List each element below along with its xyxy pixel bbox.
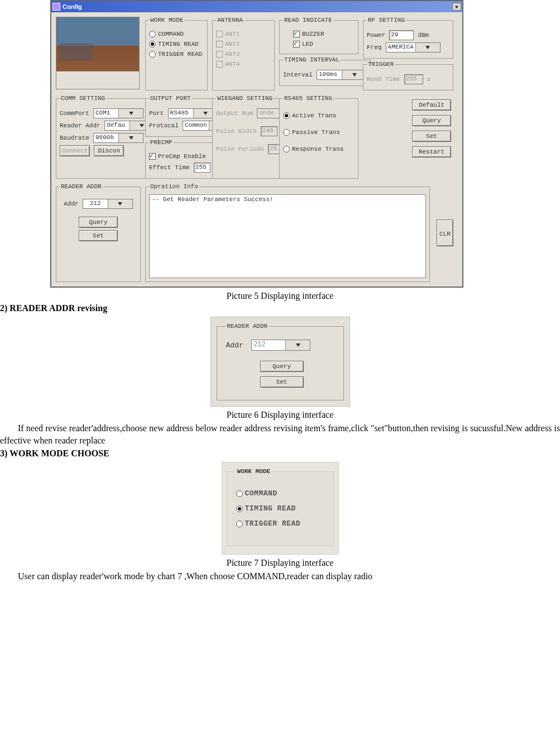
workmode-timing-label: TIMING READ [158,41,199,47]
p6-text: If need revise reader'address,choose new… [0,422,560,446]
pulsewidth-label: Pulse Width [216,128,257,135]
heading-2: 2) READER ADDR revising [0,303,560,313]
pic6-set-button[interactable]: Set [260,376,304,388]
baudrate-label: Baudrate [60,135,89,141]
workmode-legend: WORK MODE [149,17,184,23]
precmp-group: PRECMP PreCmp Enable Effect Time 255 s [145,139,222,179]
pic7-command-label: COMMAND [245,489,277,498]
response-trans-label: Response Trans [292,146,343,152]
led-label: LED [302,41,313,47]
workmode-timing-radio[interactable] [149,41,156,47]
interval-label: Interval [283,71,313,78]
addr-query-button[interactable]: Query [79,217,118,228]
ant4-label: ANT4 [225,61,240,68]
baudrate-combo[interactable]: 9600b [93,133,143,143]
titlebar: Config × [51,1,462,12]
pic7-timing-label: TIMING READ [245,504,296,513]
opinfo-legend: Opration Info [149,183,199,190]
rf-setting-group: RF SETTING Power 29 dBm Freq AMERICA [363,17,453,59]
commport-combo[interactable]: COM1 [93,108,143,118]
pic7-trigger-radio[interactable] [236,521,243,527]
disconnect-button[interactable]: Discon [94,145,124,156]
pic7-command-radio[interactable] [236,490,243,497]
preview-image [56,17,140,89]
pic6-readeraddr-group: READER ADDR Addr 212 Query Set [217,323,344,400]
pic7-timing-radio[interactable] [236,505,243,512]
ant1-label: ANT1 [225,31,240,37]
p7-text: User can display reader'work mode by cha… [0,570,560,583]
freq-label: Freq [367,44,381,51]
heading-3: 3) WORK MODE CHOOSE [0,448,560,459]
led-checkbox[interactable] [293,41,300,47]
clr-button[interactable]: CLR [437,219,453,246]
readeraddr-group: READER ADDR Addr 212 Query Set [56,183,141,282]
workmode-trigger-label: TRIGGER READ [158,51,202,58]
close-icon[interactable]: × [452,3,461,11]
chevron-down-icon [108,199,132,208]
ant2-checkbox[interactable] [216,41,223,47]
comm-legend: COMM SETTING [60,95,106,102]
rf-legend: RF SETTING [367,17,406,23]
buzzer-label: BUZZER [302,31,324,37]
commport-label: CommPort [60,110,89,117]
power-field[interactable]: 29 [389,30,414,40]
passive-trans-radio[interactable] [283,129,290,136]
pic6-legend: READER ADDR [226,323,269,330]
workmode-command-radio[interactable] [149,31,156,37]
ant1-checkbox[interactable] [216,31,223,37]
effecttime-field[interactable]: 255 [194,163,210,173]
addr-combo[interactable]: 212 [83,199,133,209]
active-trans-label: Active Trans [292,112,336,119]
port-combo[interactable]: RS485 [168,108,218,118]
response-trans-radio[interactable] [283,146,290,152]
ant3-checkbox[interactable] [216,51,223,58]
workmode-trigger-radio[interactable] [149,51,156,58]
addr-set-button[interactable]: Set [79,230,118,241]
chevron-down-icon [118,133,143,142]
outputnum-label: Output Num [216,110,253,117]
buzzer-checkbox[interactable] [293,31,300,37]
port-label: Port [149,110,164,117]
pulsewidth-field: 240 [261,126,277,136]
pic7-panel: WORK MODE COMMAND TIMING READ TRIGGER RE… [222,462,339,555]
chevron-down-icon [118,109,143,118]
pic7-caption: Picture 7 Displaying interface [0,558,560,568]
precmp-enable-checkbox[interactable] [149,153,156,160]
trigger-group: TRIGGER Read Time 255 s [363,61,453,90]
readeraddr-label: Reader Addr [60,122,100,129]
pic6-caption: Picture 6 Displaying interface [0,410,560,420]
passive-trans-label: Passive Trans [292,129,340,136]
pic6-query-button[interactable]: Query [260,361,304,372]
connect-button[interactable]: Connect [60,145,90,156]
set-button[interactable]: Set [412,131,451,142]
pic7-workmode-group: WORK MODE COMMAND TIMING READ TRIGGER RE… [227,468,334,546]
readtime-label: Read Time [367,76,400,83]
interval-combo[interactable]: 100ms [317,70,367,80]
restart-button[interactable]: Restart [412,146,451,158]
ant3-label: ANT3 [225,51,240,58]
pic6-addr-label: Addr [226,341,243,350]
timing-legend: TIMING INTERVAL [283,56,341,63]
ant4-checkbox[interactable] [216,61,223,68]
default-button[interactable]: Default [412,99,451,111]
workmode-command-label: COMMAND [158,31,184,37]
window-title: Config [63,3,82,10]
freq-combo[interactable]: AMERICA [386,42,441,53]
power-unit: dBm [418,32,429,39]
readindicate-legend: READ INDICATE [283,17,333,23]
workmode-group: WORK MODE COMMAND TIMING READ TRIGGER RE… [145,17,208,90]
pulseperiods-label: Pulse Periods [216,146,264,152]
readeraddr-legend: READER ADDR [60,183,103,190]
antenna-group: ANTENNA ANT1 ANT2 ANT3 ANT4 [212,17,275,90]
pic6-panel: READER ADDR Addr 212 Query Set [210,317,350,407]
active-trans-radio[interactable] [283,112,290,119]
trigger-legend: TRIGGER [367,61,395,68]
app-icon [52,3,60,11]
rs485-legend: RS485 SETTING [283,95,333,102]
wiegand-legend: WIEGAND SETTING [216,95,274,102]
protocal-label: Protocal [149,122,179,129]
pic6-addr-combo[interactable]: 212 [251,340,310,351]
query-button[interactable]: Query [412,115,451,126]
pic7-trigger-label: TRIGGER READ [245,519,301,528]
precmp-legend: PRECMP [149,139,174,146]
